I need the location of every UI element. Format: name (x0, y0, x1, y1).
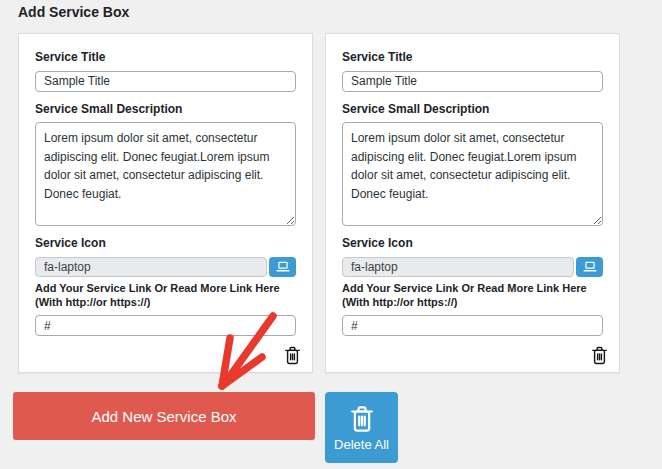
service-description-textarea[interactable]: Lorem ipsum dolor sit amet, consectetur … (35, 122, 296, 226)
service-box-card-2: Service Title Service Small Description … (325, 33, 620, 373)
service-icon-input[interactable] (35, 257, 267, 277)
service-description-textarea[interactable]: Lorem ipsum dolor sit amet, consectetur … (342, 122, 603, 226)
service-title-input[interactable] (35, 71, 296, 92)
laptop-icon (276, 261, 290, 273)
page-title: Add Service Box (18, 4, 129, 20)
service-link-label: Add Your Service Link Or Read More Link … (35, 281, 296, 310)
service-title-input[interactable] (342, 71, 603, 92)
icon-picker-button[interactable] (269, 257, 296, 277)
service-icon-label: Service Icon (35, 236, 296, 252)
service-description-label: Service Small Description (342, 102, 603, 118)
service-title-label: Service Title (35, 50, 296, 66)
service-description-label: Service Small Description (35, 102, 296, 118)
delete-service-box-button[interactable] (280, 342, 304, 368)
add-new-service-box-button[interactable]: Add New Service Box (13, 392, 315, 440)
service-icon-input[interactable] (342, 257, 574, 277)
delete-all-button[interactable]: Delete All (325, 392, 398, 463)
trash-icon (348, 404, 376, 434)
delete-all-label: Delete All (334, 437, 389, 452)
trash-icon (283, 345, 302, 366)
trash-icon (590, 345, 609, 366)
service-link-input[interactable] (342, 315, 603, 336)
service-icon-row (342, 257, 603, 277)
delete-service-box-button[interactable] (587, 342, 611, 368)
icon-picker-button[interactable] (576, 257, 603, 277)
laptop-icon (583, 261, 597, 273)
service-icon-row (35, 257, 296, 277)
service-icon-label: Service Icon (342, 236, 603, 252)
add-service-box-panel: Add Service Box Service Title Service Sm… (0, 0, 662, 469)
service-title-label: Service Title (342, 50, 603, 66)
service-link-input[interactable] (35, 315, 296, 336)
service-link-label: Add Your Service Link Or Read More Link … (342, 281, 603, 310)
service-box-card-1: Service Title Service Small Description … (18, 33, 313, 373)
